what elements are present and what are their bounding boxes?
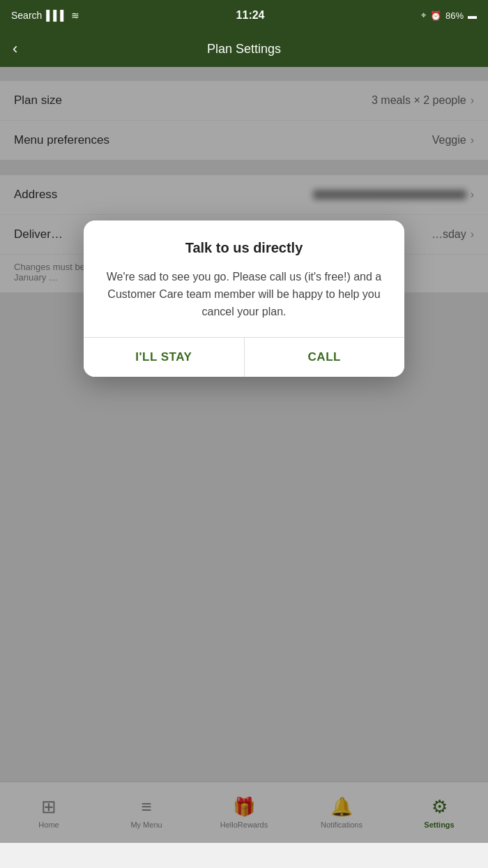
modal-body-text: We're sad to see you go. Please call us … <box>103 269 385 320</box>
page-title: Plan Settings <box>207 42 281 57</box>
status-bar: Search ▌▌▌ ≋ 11:24 ⌖ ⏰ 86% ▬ <box>0 0 488 31</box>
battery-text: 86% <box>445 10 464 21</box>
main-content: Plan size 3 meals × 2 people › Menu pref… <box>0 67 488 843</box>
call-button[interactable]: CALL <box>245 338 405 377</box>
alarm-icon: ⏰ <box>430 10 441 21</box>
modal-dialog: Talk to us directly We're sad to see you… <box>84 220 404 377</box>
wifi-icon: ≋ <box>71 10 79 21</box>
status-time: 11:24 <box>236 9 265 22</box>
carrier-text: Search <box>11 10 42 21</box>
nav-bar: ‹ Plan Settings <box>0 31 488 67</box>
modal-body: Talk to us directly We're sad to see you… <box>84 220 404 337</box>
modal-actions: I'LL STAY CALL <box>84 338 404 377</box>
location-icon: ⌖ <box>421 10 426 21</box>
modal-container: Talk to us directly We're sad to see you… <box>0 67 488 843</box>
back-button[interactable]: ‹ <box>13 40 17 58</box>
modal-title: Talk to us directly <box>103 240 385 256</box>
signal-icon: ▌▌▌ <box>46 10 67 21</box>
status-left: Search ▌▌▌ ≋ <box>11 10 79 21</box>
stay-button[interactable]: I'LL STAY <box>84 338 245 377</box>
battery-icon: ▬ <box>468 10 477 21</box>
status-right: ⌖ ⏰ 86% ▬ <box>421 10 477 21</box>
